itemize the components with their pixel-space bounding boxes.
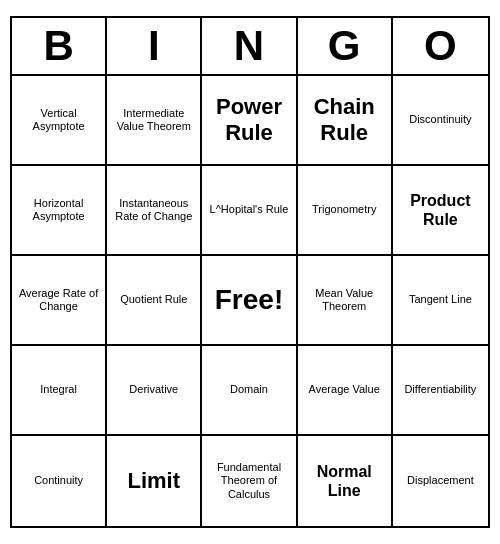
bingo-cell-13: Mean Value Theorem [298, 256, 393, 346]
bingo-cell-7: L^Hopital's Rule [202, 166, 297, 256]
bingo-cell-24: Displacement [393, 436, 488, 526]
bingo-cell-0: Vertical Asymptote [12, 76, 107, 166]
cell-text-7: L^Hopital's Rule [210, 203, 289, 216]
bingo-cell-5: Horizontal Asymptote [12, 166, 107, 256]
cell-text-21: Limit [128, 468, 181, 494]
bingo-cell-9: Product Rule [393, 166, 488, 256]
cell-text-3: Chain Rule [302, 94, 387, 147]
cell-text-20: Continuity [34, 474, 83, 487]
cell-text-5: Horizontal Asymptote [16, 197, 101, 223]
bingo-grid: Vertical AsymptoteIntermediate Value The… [12, 76, 488, 526]
cell-text-15: Integral [40, 383, 77, 396]
bingo-header: BINGO [12, 18, 488, 76]
bingo-cell-22: Fundamental Theorem of Calculus [202, 436, 297, 526]
cell-text-14: Tangent Line [409, 293, 472, 306]
bingo-letter-g: G [298, 18, 393, 74]
cell-text-17: Domain [230, 383, 268, 396]
cell-text-23: Normal Line [302, 462, 387, 500]
cell-text-13: Mean Value Theorem [302, 287, 387, 313]
cell-text-2: Power Rule [206, 94, 291, 147]
cell-text-12: Free! [215, 283, 283, 317]
cell-text-19: Differentiability [404, 383, 476, 396]
bingo-card: BINGO Vertical AsymptoteIntermediate Val… [10, 16, 490, 528]
cell-text-24: Displacement [407, 474, 474, 487]
cell-text-18: Average Value [309, 383, 380, 396]
cell-text-22: Fundamental Theorem of Calculus [206, 461, 291, 501]
cell-text-8: Trigonometry [312, 203, 376, 216]
bingo-cell-8: Trigonometry [298, 166, 393, 256]
bingo-letter-b: B [12, 18, 107, 74]
cell-text-11: Quotient Rule [120, 293, 187, 306]
cell-text-4: Discontinuity [409, 113, 471, 126]
cell-text-9: Product Rule [397, 191, 484, 229]
bingo-cell-15: Integral [12, 346, 107, 436]
bingo-cell-1: Intermediate Value Theorem [107, 76, 202, 166]
cell-text-1: Intermediate Value Theorem [111, 107, 196, 133]
bingo-letter-o: O [393, 18, 488, 74]
bingo-cell-12: Free! [202, 256, 297, 346]
cell-text-16: Derivative [129, 383, 178, 396]
bingo-cell-17: Domain [202, 346, 297, 436]
bingo-cell-10: Average Rate of Change [12, 256, 107, 346]
bingo-letter-n: N [202, 18, 297, 74]
bingo-letter-i: I [107, 18, 202, 74]
bingo-cell-21: Limit [107, 436, 202, 526]
bingo-cell-6: Instantaneous Rate of Change [107, 166, 202, 256]
bingo-cell-3: Chain Rule [298, 76, 393, 166]
bingo-cell-19: Differentiability [393, 346, 488, 436]
bingo-cell-20: Continuity [12, 436, 107, 526]
bingo-cell-14: Tangent Line [393, 256, 488, 346]
cell-text-6: Instantaneous Rate of Change [111, 197, 196, 223]
bingo-cell-16: Derivative [107, 346, 202, 436]
bingo-cell-4: Discontinuity [393, 76, 488, 166]
bingo-cell-11: Quotient Rule [107, 256, 202, 346]
bingo-cell-23: Normal Line [298, 436, 393, 526]
cell-text-10: Average Rate of Change [16, 287, 101, 313]
bingo-cell-18: Average Value [298, 346, 393, 436]
bingo-cell-2: Power Rule [202, 76, 297, 166]
cell-text-0: Vertical Asymptote [16, 107, 101, 133]
